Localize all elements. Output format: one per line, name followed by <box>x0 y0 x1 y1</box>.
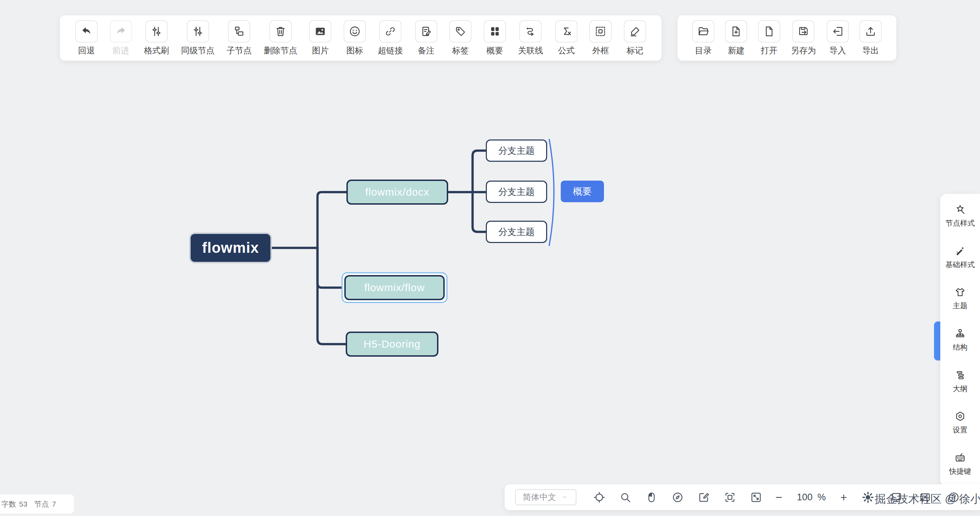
structure-icon <box>954 328 966 339</box>
sibling-node-button[interactable] <box>187 20 209 43</box>
outer-frame-icon <box>594 25 607 38</box>
node-count-label: 节点 <box>34 499 49 509</box>
hyperlink-icon <box>384 25 396 38</box>
edit-square-button[interactable] <box>691 491 717 504</box>
locate-button[interactable] <box>586 491 612 504</box>
sidebar-item-theme[interactable]: 主题 <box>953 286 967 311</box>
emoji-label: 图标 <box>347 45 363 56</box>
sidebar-item-settings[interactable]: 设置 <box>953 410 967 435</box>
language-value: 简体中文 <box>523 492 556 503</box>
tag-item: 标签 <box>449 20 471 56</box>
edit-toolbar: 回退前进格式刷同级节点子节点删除节点图片图标超链接备注标签概要关联线公式外框标记 <box>60 15 662 61</box>
child-node-flow[interactable]: flowmix/flow <box>344 275 445 300</box>
edit-square-icon <box>697 491 710 504</box>
emoji-button[interactable] <box>344 20 366 43</box>
image-button[interactable] <box>309 20 331 43</box>
note-button[interactable] <box>415 20 438 43</box>
delete-node-icon <box>274 25 287 38</box>
selected-node-outline[interactable]: flowmix/flow <box>342 272 447 303</box>
root-node[interactable]: flowmix <box>189 233 272 263</box>
fit-screen-icon <box>749 491 762 504</box>
format-painter-icon <box>150 25 163 38</box>
new-file-icon <box>730 25 742 38</box>
child-node-button[interactable] <box>228 20 250 43</box>
zoom-level: 100 % <box>789 492 834 503</box>
zoom-out-button[interactable]: − <box>769 491 789 504</box>
structure-label: 结构 <box>953 342 967 352</box>
export-item: 导出 <box>859 20 882 56</box>
mark-button[interactable] <box>624 20 646 43</box>
outer-frame-item: 外框 <box>589 20 612 56</box>
delete-node-item: 删除节点 <box>264 20 297 56</box>
relation-line-icon <box>524 25 537 38</box>
mindmap-app: { "toolbar_left": { "items": [ {"label":… <box>0 0 980 516</box>
sidebar-item-outline[interactable]: 大纲 <box>953 369 967 393</box>
delete-node-label: 删除节点 <box>264 45 297 56</box>
zoom-in-button[interactable]: + <box>834 491 853 504</box>
image-item: 图片 <box>309 20 331 56</box>
watermark: 掘金技术社区 @ 徐小夕 <box>875 492 980 507</box>
outer-frame-button[interactable] <box>589 20 612 43</box>
child-node-h5[interactable]: H5-Dooring <box>346 331 438 357</box>
node-count-value: 7 <box>52 500 56 508</box>
hyperlink-button[interactable] <box>379 20 401 43</box>
fullscreen-button[interactable] <box>717 491 743 504</box>
sidebar-item-shortcut[interactable]: 快捷键 <box>949 452 971 476</box>
tag-label: 标签 <box>452 45 469 56</box>
import-icon <box>832 25 844 38</box>
open-file-button[interactable] <box>758 20 780 43</box>
search-button[interactable] <box>612 491 638 504</box>
word-count-value: 53 <box>19 500 27 508</box>
tag-button[interactable] <box>449 20 471 43</box>
summary-node[interactable]: 概要 <box>561 181 604 202</box>
zoom-percent-sign: % <box>818 492 826 503</box>
redo-icon <box>115 25 127 38</box>
new-file-button[interactable] <box>725 20 747 43</box>
delete-node-button[interactable] <box>269 20 292 43</box>
save-as-item: 另存为 <box>791 20 816 56</box>
locate-icon <box>593 491 606 504</box>
formula-button[interactable] <box>555 20 578 43</box>
sidebar-item-structure[interactable]: 结构 <box>953 328 967 352</box>
sibling-node-item: 同级节点 <box>181 20 215 56</box>
formula-icon <box>560 25 573 38</box>
formula-item: 公式 <box>555 20 578 56</box>
summary-grid-label: 概要 <box>487 45 503 56</box>
note-item: 备注 <box>415 20 438 56</box>
mouse-button[interactable] <box>638 491 665 504</box>
tag-icon <box>454 25 467 38</box>
branch-node[interactable]: 分支主题 <box>486 181 547 203</box>
sidebar-item-node-style[interactable]: 节点样式 <box>945 204 975 228</box>
redo-button <box>110 20 132 43</box>
emoji-icon <box>348 25 361 38</box>
language-select[interactable]: 简体中文 <box>515 489 576 505</box>
sibling-node-label: 同级节点 <box>181 45 215 56</box>
summary-grid-button[interactable] <box>484 20 506 43</box>
undo-button[interactable] <box>75 20 98 43</box>
format-painter-button[interactable] <box>145 20 168 43</box>
export-button[interactable] <box>859 20 882 43</box>
folder-button[interactable] <box>692 20 714 43</box>
file-toolbar: 目录新建打开另存为导入导出 <box>678 15 896 61</box>
format-painter-label: 格式刷 <box>144 45 169 56</box>
import-button[interactable] <box>827 20 849 43</box>
undo-item: 回退 <box>75 20 98 56</box>
branch-node[interactable]: 分支主题 <box>486 139 547 162</box>
mark-icon <box>629 25 641 38</box>
shortcut-label: 快捷键 <box>949 467 971 476</box>
export-label: 导出 <box>862 45 879 56</box>
connector-lines <box>0 0 980 516</box>
import-label: 导入 <box>829 45 846 56</box>
sidebar-item-base-style[interactable]: 基础样式 <box>945 245 975 269</box>
compass-button[interactable] <box>665 491 691 504</box>
view-tools <box>586 491 769 504</box>
branch-node[interactable]: 分支主题 <box>486 221 547 243</box>
save-as-button[interactable] <box>792 20 815 43</box>
relation-line-button[interactable] <box>519 20 542 43</box>
summary-brace <box>549 139 554 245</box>
emoji-item: 图标 <box>344 20 366 56</box>
settings-label: 设置 <box>953 425 967 435</box>
child-node-docx[interactable]: flowmix/docx <box>347 180 448 205</box>
compass-icon <box>671 491 684 504</box>
fit-screen-button[interactable] <box>743 491 769 504</box>
